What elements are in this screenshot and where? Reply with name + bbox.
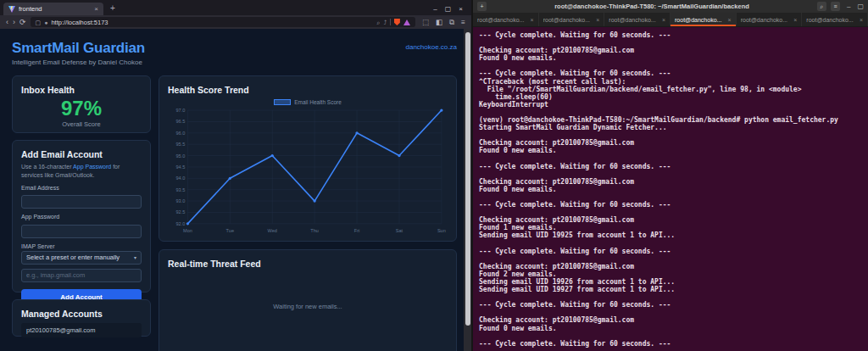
- app-password-label: App Password: [21, 214, 142, 220]
- menu-icon[interactable]: ≡: [461, 19, 465, 26]
- terminal-output: --- Cycle complete. Waiting for 60 secon…: [479, 31, 862, 348]
- tab-close-icon[interactable]: ×: [662, 17, 665, 23]
- url-text[interactable]: http://localhost:5173: [51, 19, 108, 26]
- terminal-new-tab-icon[interactable]: +: [477, 2, 487, 11]
- app-password-help: Use a 16-character App Password for serv…: [21, 163, 142, 180]
- divider: [390, 19, 391, 25]
- browser-tab-title: frontend: [19, 5, 91, 13]
- browser-window-controls: – ▢ ×: [433, 6, 468, 15]
- terminal-tab-1[interactable]: root@danchoko...×: [473, 13, 539, 26]
- svg-text:93.0: 93.0: [175, 198, 185, 203]
- terminal-tab-2[interactable]: root@danchoko...×: [539, 13, 605, 26]
- threat-feed-empty-message: Waiting for new emails...: [168, 303, 448, 310]
- page-header: SmartMail Guardian Intelligent Email Def…: [12, 40, 457, 66]
- imap-preset-select[interactable]: Select a preset or enter manually ▾: [21, 251, 142, 265]
- terminal-content[interactable]: --- Cycle complete. Waiting for 60 secon…: [473, 27, 868, 351]
- back-icon[interactable]: ‹: [6, 19, 8, 26]
- minimize-icon[interactable]: –: [433, 6, 437, 13]
- chart-legend[interactable]: Email Health Score: [168, 99, 448, 105]
- terminal-search-icon[interactable]: ⌕: [817, 2, 826, 11]
- tab-close-icon[interactable]: ×: [860, 17, 863, 23]
- ublock-extension-icon[interactable]: [394, 19, 400, 25]
- terminal-menu-icon[interactable]: ≡: [831, 2, 840, 11]
- imap-server-label: IMAP Server: [21, 243, 142, 249]
- app-password-link[interactable]: App Password: [73, 164, 111, 170]
- terminal-tab-bar: root@danchoko...× root@danchoko...× root…: [473, 13, 868, 27]
- terminal-tab-3[interactable]: root@danchoko...×: [604, 13, 670, 26]
- tab-close-icon[interactable]: ×: [793, 17, 797, 23]
- imap-select-value: Select a preset or enter manually: [26, 254, 120, 261]
- managed-accounts-card: Managed Accounts pt20100785@gmail.com: [12, 299, 151, 337]
- svg-text:92.0: 92.0: [175, 221, 185, 226]
- tab-close-icon[interactable]: ×: [531, 17, 534, 23]
- svg-text:95.0: 95.0: [175, 153, 185, 159]
- threat-feed-title: Real-time Threat Feed: [168, 259, 448, 269]
- svg-text:97.0: 97.0: [175, 108, 185, 113]
- page-scrollbar[interactable]: [464, 29, 471, 351]
- terminal-title: root@danchokoe-ThinkPad-T580: ~/SmartMai…: [491, 3, 813, 10]
- svg-text:Thu: Thu: [310, 228, 319, 233]
- managed-account-item[interactable]: pt20100785@gmail.com: [21, 323, 142, 337]
- browser-window: frontend × + – ▢ × ‹ › ⟳ ▢ ● http://loca…: [0, 0, 471, 351]
- tab-close-icon[interactable]: ×: [94, 6, 98, 13]
- email-address-label: Email Address: [21, 185, 142, 191]
- svg-text:93.5: 93.5: [175, 187, 185, 192]
- terminal-tab-6[interactable]: root@danchoko...×: [802, 13, 868, 26]
- chevron-down-icon: ▾: [134, 254, 136, 260]
- inbox-health-title: Inbox Health: [21, 85, 142, 95]
- picture-in-picture-icon[interactable]: ⧉: [449, 19, 454, 26]
- imap-server-field[interactable]: [21, 269, 142, 282]
- inbox-health-card: Inbox Health 97% Overall Score: [12, 75, 151, 133]
- screenshot-icon[interactable]: ⬚: [422, 19, 429, 26]
- share-icon[interactable]: ⤴: [383, 20, 387, 25]
- sidebar-icon[interactable]: ◧: [436, 19, 442, 26]
- svg-text:96.5: 96.5: [175, 119, 185, 124]
- url-bar[interactable]: ▢ ● http://localhost:5173 ⌕ ⤴: [31, 17, 415, 27]
- browser-tab-bar: frontend × + – ▢ ×: [0, 0, 471, 15]
- chart-title: Health Score Trend: [168, 85, 448, 95]
- health-score-line-chart: 92.092.593.093.594.094.595.095.596.096.5…: [168, 106, 448, 235]
- zoom-icon[interactable]: ⌕: [376, 20, 380, 25]
- health-score-caption: Overall Score: [21, 120, 142, 128]
- svg-text:94.5: 94.5: [175, 164, 185, 170]
- scrollbar-thumb[interactable]: [465, 32, 470, 326]
- reload-icon[interactable]: ⟳: [19, 19, 26, 26]
- terminal-window: + root@danchokoe-ThinkPad-T580: ~/SmartM…: [471, 0, 868, 351]
- threat-feed-card: Real-time Threat Feed Waiting for new em…: [159, 249, 457, 351]
- browser-toolbar: ‹ › ⟳ ▢ ● http://localhost:5173 ⌕ ⤴ ⬚ ◧ …: [0, 15, 471, 29]
- shield-icon[interactable]: ●: [44, 20, 47, 25]
- svg-text:Tue: Tue: [226, 228, 234, 233]
- new-tab-icon[interactable]: +: [110, 4, 115, 13]
- add-account-title: Add Email Account: [21, 149, 142, 159]
- terminal-tab-5[interactable]: root@danchoko...×: [737, 13, 803, 26]
- tab-close-icon[interactable]: ×: [728, 17, 732, 23]
- smartmail-page: SmartMail Guardian Intelligent Email Def…: [0, 29, 464, 351]
- extension-triangle-icon[interactable]: [403, 20, 410, 25]
- svg-text:Sat: Sat: [396, 228, 403, 233]
- terminal-minimize-icon[interactable]: –: [847, 3, 850, 10]
- email-address-field[interactable]: [21, 195, 142, 209]
- terminal-tab-4-active[interactable]: root@danchoko...×: [670, 13, 737, 26]
- app-password-field[interactable]: [21, 225, 142, 238]
- browser-tab-frontend[interactable]: frontend ×: [3, 3, 103, 15]
- site-link[interactable]: danchokoe.co.za: [406, 43, 458, 51]
- svg-text:Fri: Fri: [354, 228, 360, 233]
- terminal-maximize-icon[interactable]: ▢: [857, 3, 864, 10]
- bookmark-icon[interactable]: ▢: [36, 20, 42, 25]
- forward-icon[interactable]: ›: [13, 19, 15, 26]
- page-subtitle: Intelligent Email Defense by Daniel Chok…: [12, 58, 145, 66]
- add-email-account-card: Add Email Account Use a 16-character App…: [12, 140, 151, 292]
- legend-label: Email Health Score: [294, 99, 342, 105]
- vite-logo-icon: [8, 6, 15, 13]
- page-title: SmartMail Guardian: [12, 40, 145, 57]
- svg-text:94.0: 94.0: [175, 176, 185, 181]
- terminal-title-bar: + root@danchokoe-ThinkPad-T580: ~/SmartM…: [473, 0, 868, 13]
- svg-text:Wed: Wed: [268, 228, 277, 233]
- svg-text:Sun: Sun: [437, 228, 446, 233]
- close-icon[interactable]: ×: [459, 6, 463, 13]
- tab-close-icon[interactable]: ×: [596, 17, 599, 23]
- maximize-icon[interactable]: ▢: [445, 6, 452, 13]
- legend-swatch: [274, 99, 291, 105]
- svg-text:95.5: 95.5: [175, 142, 185, 147]
- svg-text:92.5: 92.5: [175, 209, 185, 214]
